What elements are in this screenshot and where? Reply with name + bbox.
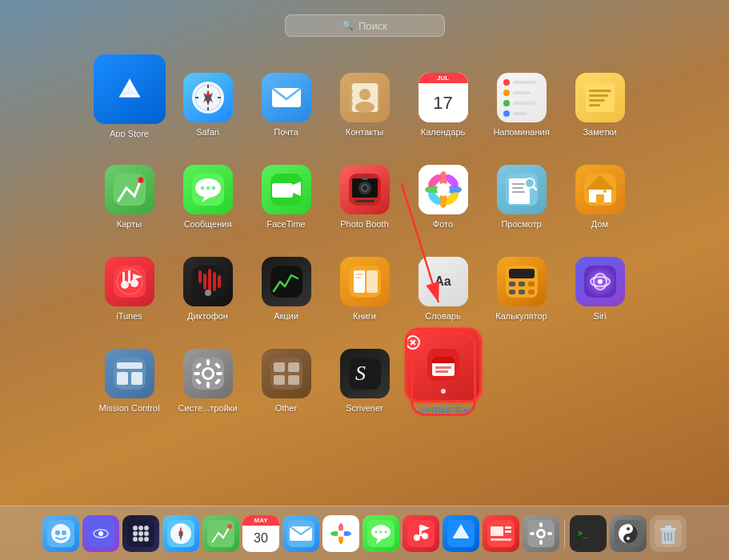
svg-rect-180 — [547, 532, 552, 535]
svg-rect-90 — [528, 290, 535, 294]
app-item-stocks[interactable]: Акции — [250, 238, 322, 330]
dock-calendar-day: 30 — [254, 526, 268, 552]
app-label-other: Other — [275, 403, 298, 413]
app-item-dictaphone[interactable]: Диктофон — [172, 238, 244, 330]
dock-item-calendar[interactable]: MAY 30 — [242, 515, 279, 552]
svg-point-131 — [98, 531, 103, 536]
svg-point-28 — [206, 186, 210, 190]
svg-rect-75 — [218, 275, 221, 288]
svg-rect-103 — [206, 382, 210, 388]
svg-point-136 — [133, 531, 138, 536]
svg-point-176 — [539, 531, 543, 536]
app-icon-appstore — [94, 54, 166, 124]
app-icon-photos — [419, 165, 468, 214]
app-item-messages[interactable]: Сообщения — [172, 146, 244, 238]
app-item-safari[interactable]: Safari — [172, 54, 244, 146]
app-item-mission[interactable]: Mission Control — [94, 330, 166, 422]
dock-item-terminal[interactable]: >_ — [570, 515, 607, 552]
svg-rect-84 — [509, 269, 535, 278]
app-item-preview[interactable]: Просмотр — [486, 146, 558, 238]
svg-rect-172 — [505, 530, 511, 533]
svg-point-139 — [133, 537, 138, 542]
dock-item-siri[interactable] — [82, 515, 119, 552]
app-item-calendar[interactable]: JUL 17 Календарь — [407, 54, 479, 146]
svg-rect-121 — [435, 366, 451, 369]
dock-item-yinyang[interactable] — [610, 515, 647, 552]
app-item-unrar[interactable]: ● UnRAR Free — [407, 330, 479, 422]
svg-rect-80 — [367, 270, 378, 293]
app-item-facetime[interactable]: FaceTime — [250, 146, 322, 238]
app-item-photos[interactable]: Фото — [407, 146, 479, 238]
dock-item-safari[interactable] — [162, 515, 199, 552]
app-label-maps: Карты — [117, 219, 142, 229]
app-label-books: Книги — [353, 311, 376, 321]
dock-item-launchpad[interactable] — [122, 515, 159, 552]
dock-item-news[interactable] — [483, 515, 519, 552]
svg-rect-53 — [512, 187, 523, 189]
svg-point-94 — [598, 279, 603, 284]
app-item-other[interactable]: Other — [250, 330, 322, 422]
app-label-unrar: ● UnRAR Free — [414, 405, 472, 413]
dock-item-preferences[interactable] — [523, 515, 559, 552]
dock-item-mail[interactable] — [282, 515, 319, 552]
svg-rect-16 — [349, 102, 353, 106]
dock-item-finder[interactable] — [42, 515, 79, 552]
search-bar[interactable]: 🔍 Поиск — [285, 14, 445, 37]
svg-rect-97 — [117, 372, 128, 385]
app-icon-other — [262, 349, 311, 398]
app-item-contacts[interactable]: Контакты — [329, 54, 401, 146]
app-item-notes[interactable]: Заметки — [564, 54, 636, 146]
app-label-preview: Просмотр — [501, 219, 541, 229]
launchpad-overlay: 🔍 Поиск App Store — [0, 0, 729, 560]
svg-point-76 — [205, 290, 211, 296]
svg-point-186 — [627, 537, 630, 540]
dock-item-appstore[interactable] — [443, 515, 479, 552]
app-label-photos: Фото — [433, 219, 453, 229]
app-icon-safari — [183, 73, 233, 122]
app-item-maps[interactable]: Карты — [94, 146, 166, 238]
app-label-siri: Siri — [594, 311, 607, 321]
app-item-books[interactable]: Книги — [329, 238, 401, 330]
svg-rect-21 — [589, 104, 600, 106]
app-item-scrivener[interactable]: S Scrivener — [329, 330, 401, 422]
unrar-close-button[interactable] — [407, 335, 420, 350]
app-item-calculator[interactable]: Калькулятор — [486, 238, 558, 330]
app-label-facetime: FaceTime — [266, 219, 306, 229]
dock-item-messages[interactable] — [362, 515, 399, 552]
svg-rect-190 — [665, 526, 671, 529]
svg-rect-31 — [272, 183, 293, 198]
svg-rect-88 — [509, 290, 515, 294]
unrar-dot-indicator — [441, 389, 446, 394]
app-item-dictionary[interactable]: Aa Словарь — [407, 238, 479, 330]
svg-rect-68 — [122, 272, 125, 285]
app-icon-reminders — [497, 73, 547, 122]
svg-point-134 — [138, 526, 143, 530]
app-item-photobooth[interactable]: Photo Booth — [329, 146, 401, 238]
svg-rect-179 — [530, 532, 535, 535]
app-item-pochta[interactable]: Почта — [250, 54, 322, 146]
app-item-appstore[interactable]: App Store — [94, 54, 166, 146]
app-item-siri[interactable]: Siri — [564, 238, 636, 330]
svg-point-138 — [144, 531, 149, 536]
svg-point-185 — [627, 527, 630, 530]
svg-rect-146 — [207, 520, 234, 547]
svg-rect-113 — [274, 375, 285, 385]
svg-rect-74 — [213, 272, 216, 291]
dock-item-itunes[interactable] — [403, 515, 439, 552]
svg-point-62 — [603, 190, 607, 193]
app-item-itunes[interactable]: iTunes — [94, 238, 166, 330]
svg-point-37 — [362, 186, 367, 190]
app-item-reminders[interactable]: Напоминания — [486, 54, 558, 146]
app-icon-preview — [497, 165, 547, 214]
svg-point-137 — [138, 531, 143, 536]
app-icon-settings — [183, 349, 233, 398]
dock-item-photos[interactable] — [322, 515, 359, 552]
app-item-settings[interactable]: Систе...тройки — [172, 330, 244, 422]
dock-divider — [564, 519, 565, 548]
dock-item-maps[interactable] — [202, 515, 239, 552]
app-label-scrivener: Scrivener — [346, 403, 383, 413]
svg-rect-73 — [208, 269, 211, 291]
svg-rect-54 — [512, 191, 525, 193]
app-item-home[interactable]: Дом — [564, 146, 636, 238]
dock-item-trash[interactable] — [650, 515, 687, 552]
